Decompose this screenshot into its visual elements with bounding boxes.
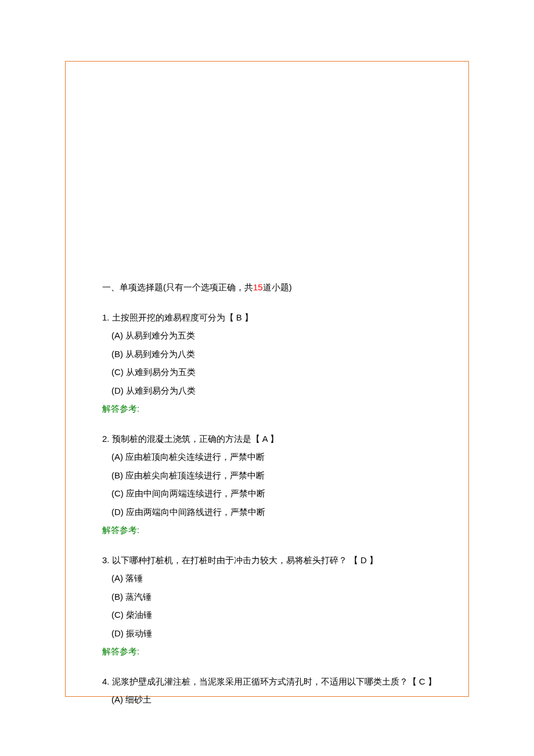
option-a: (A) 细砂土: [111, 690, 447, 709]
question-count: 15: [253, 282, 263, 292]
section-heading: 一、单项选择题(只有一个选项正确，共15道小题): [102, 278, 447, 297]
question-prefix: 泥浆护壁成孔灌注桩，当泥浆采用正循环方式清孔时，不适用以下哪类土质？【: [110, 676, 417, 686]
options-list: (A) 应由桩顶向桩尖连续进行，严禁中断 (B) 应由桩尖向桩顶连续进行，严禁中…: [111, 448, 447, 521]
option-c: (C) 柴油锤: [111, 606, 447, 624]
question-answer: D: [358, 555, 367, 565]
question-stem: 4. 泥浆护壁成孔灌注桩，当泥浆采用正循环方式清孔时，不适用以下哪类土质？【 C…: [102, 672, 447, 691]
question-1: 1. 土按照开挖的难易程度可分为【 B 】 (A) 从易到难分为五类 (B) 从…: [102, 308, 447, 418]
section-title-suffix: 道小题): [263, 282, 292, 292]
question-suffix: 】: [268, 434, 279, 444]
question-number: 2.: [102, 434, 110, 444]
question-suffix: 】: [367, 555, 378, 565]
question-prefix: 预制桩的混凝土浇筑，正确的方法是【: [110, 434, 260, 444]
option-a: (A) 落锤: [111, 569, 447, 588]
question-suffix: 】: [425, 676, 436, 686]
options-list: (A) 细砂土: [111, 690, 447, 709]
question-answer: B: [234, 312, 242, 322]
option-d: (D) 从难到易分为八类: [111, 381, 447, 400]
option-a: (A) 应由桩顶向桩尖连续进行，严禁中断: [111, 448, 447, 466]
question-answer: A: [260, 434, 268, 444]
option-b: (B) 应由桩尖向桩顶连续进行，严禁中断: [111, 466, 447, 485]
question-suffix: 】: [242, 312, 253, 322]
option-c: (C) 从难到易分为五类: [111, 363, 447, 381]
question-4: 4. 泥浆护壁成孔灌注桩，当泥浆采用正循环方式清孔时，不适用以下哪类土质？【 C…: [102, 672, 447, 709]
answer-reference: 解答参考:: [102, 521, 447, 539]
option-d: (D) 振动锤: [111, 624, 447, 643]
question-stem: 3. 以下哪种打桩机，在打桩时由于冲击力较大，易将桩头打碎？ 【 D 】: [102, 551, 447, 570]
answer-reference: 解答参考:: [102, 399, 447, 418]
question-prefix: 土按照开挖的难易程度可分为【: [110, 312, 234, 322]
question-number: 4.: [102, 676, 110, 686]
options-list: (A) 从易到难分为五类 (B) 从易到难分为八类 (C) 从难到易分为五类 (…: [111, 326, 447, 399]
question-2: 2. 预制桩的混凝土浇筑，正确的方法是【 A 】 (A) 应由桩顶向桩尖连续进行…: [102, 430, 447, 539]
question-answer: C: [417, 676, 425, 686]
question-3: 3. 以下哪种打桩机，在打桩时由于冲击力较大，易将桩头打碎？ 【 D 】 (A)…: [102, 551, 447, 661]
option-a: (A) 从易到难分为五类: [111, 326, 447, 345]
section-title-prefix: 一、单项选择题(只有一个选项正确，共: [102, 282, 253, 292]
option-b: (B) 从易到难分为八类: [111, 345, 447, 363]
question-stem: 2. 预制桩的混凝土浇筑，正确的方法是【 A 】: [102, 430, 447, 448]
options-list: (A) 落锤 (B) 蒸汽锤 (C) 柴油锤 (D) 振动锤: [111, 569, 447, 642]
question-stem: 1. 土按照开挖的难易程度可分为【 B 】: [102, 308, 447, 327]
option-b: (B) 蒸汽锤: [111, 588, 447, 606]
question-number: 3.: [102, 555, 110, 565]
option-c: (C) 应由中间向两端连续进行，严禁中断: [111, 484, 447, 503]
answer-reference: 解答参考:: [102, 642, 447, 661]
question-prefix: 以下哪种打桩机，在打桩时由于冲击力较大，易将桩头打碎？ 【: [110, 555, 358, 565]
option-d: (D) 应由两端向中间路线进行，严禁中断: [111, 503, 447, 521]
question-number: 1.: [102, 312, 110, 322]
